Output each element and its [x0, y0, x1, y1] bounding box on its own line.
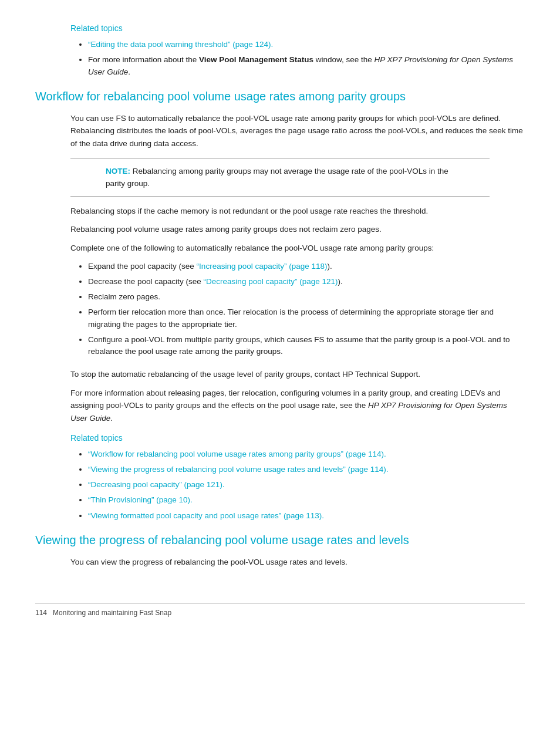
link-viewing-formatted[interactable]: “Viewing formatted pool capacity and poo… — [88, 511, 324, 520]
link-increasing-pool[interactable]: “Increasing pool capacity” (page 118) — [197, 262, 328, 271]
section2-heading: Workflow for rebalancing pool volume usa… — [35, 89, 525, 104]
note-label: NOTE: — [106, 167, 130, 175]
link-viewing-progress[interactable]: “Viewing the progress of rebalancing poo… — [88, 465, 389, 474]
related-topics-heading-2: Related topics — [35, 433, 525, 443]
related-topics-2: Related topics “Workflow for rebalancing… — [35, 433, 525, 522]
closing-paragraph-2: For more information about releasing pag… — [35, 387, 525, 425]
link-decreasing-pool[interactable]: “Decreasing pool capacity” (page 121) — [204, 277, 338, 286]
list-item: “Decreasing pool capacity” (page 121). — [88, 479, 525, 491]
list-item: “Thin Provisioning” (page 10). — [88, 494, 525, 506]
note-box: NOTE: Rebalancing among parity groups ma… — [70, 158, 490, 197]
list-item: “Workflow for rebalancing pool volume us… — [88, 448, 525, 460]
related-topics-list-1: “Editing the data pool warning threshold… — [35, 39, 525, 78]
closing-paragraph-1: To stop the automatic rebalancing of the… — [35, 368, 525, 381]
link-workflow-rebalancing[interactable]: “Workflow for rebalancing pool volume us… — [88, 450, 386, 458]
list-item: “Editing the data pool warning threshold… — [88, 39, 525, 50]
list-item: Expand the pool capacity (see “Increasin… — [88, 261, 525, 272]
footer-page-number: 114 — [35, 609, 47, 617]
footer: 114 Monitoring and maintaining Fast Snap — [35, 603, 525, 617]
related-topics-1: Related topics “Editing the data pool wa… — [35, 23, 525, 78]
bullet-middle: window, see the — [313, 55, 375, 64]
link-decreasing-pool-2[interactable]: “Decreasing pool capacity” (page 121). — [88, 480, 225, 489]
italic-ref: HP XP7 Provisioning for Open Systems Use… — [70, 401, 507, 423]
bullet-prefix: Expand the pool capacity (see — [88, 262, 197, 271]
footer-section: Monitoring and maintaining Fast Snap — [53, 609, 171, 617]
list-item: Perform tier relocation more than once. … — [88, 306, 525, 330]
bold-text: View Pool Management Status — [199, 55, 313, 64]
list-item: For more information about the View Pool… — [88, 54, 525, 78]
list-item: “Viewing formatted pool capacity and poo… — [88, 510, 525, 522]
bullet-prefix: For more information about the — [88, 55, 199, 64]
list-item: “Viewing the progress of rebalancing poo… — [88, 464, 525, 475]
related-topics-heading-1: Related topics — [35, 23, 525, 33]
bullet-prefix: Decrease the pool capacity (see — [88, 277, 204, 286]
section2-intro: You can use FS to automatically rebalanc… — [35, 112, 525, 150]
link-editing-data-pool[interactable]: “Editing the data pool warning threshold… — [88, 40, 273, 49]
workflow-bullets: Expand the pool capacity (see “Increasin… — [35, 261, 525, 358]
note-text-content: Rebalancing among parity groups may not … — [106, 167, 448, 188]
paragraph-1: Rebalancing stops if the cache memory is… — [35, 205, 525, 218]
list-item: Configure a pool-VOL from multiple parit… — [88, 334, 525, 358]
link-thin-provisioning[interactable]: “Thin Provisioning” (page 10). — [88, 495, 193, 504]
paragraph-2: Rebalancing pool volume usage rates amon… — [35, 223, 525, 236]
list-item: Reclaim zero pages. — [88, 291, 525, 303]
list-item: Decrease the pool capacity (see “Decreas… — [88, 276, 525, 288]
section3-intro: You can view the progress of rebalancing… — [35, 556, 525, 569]
related-topics-list-2: “Workflow for rebalancing pool volume us… — [35, 448, 525, 522]
section3-heading: Viewing the progress of rebalancing pool… — [35, 532, 525, 548]
paragraph-3: Complete one of the following to automat… — [35, 242, 525, 255]
